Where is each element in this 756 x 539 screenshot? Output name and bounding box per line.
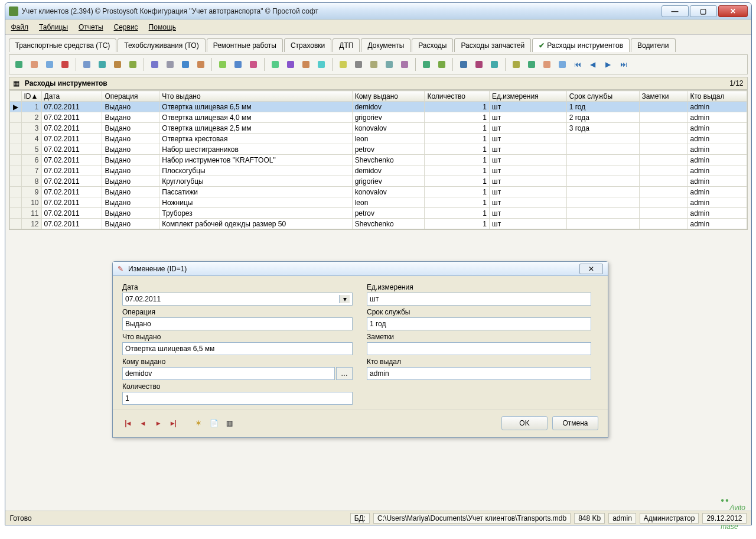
table-row[interactable]: 1107.02.2011ВыданоТруборезpetrov1штadmin: [9, 208, 747, 219]
nav-last-icon[interactable]: ▸|: [168, 419, 179, 427]
toolbar-button-0[interactable]: [12, 57, 26, 72]
toolbar-button-21[interactable]: [367, 57, 381, 72]
input-by[interactable]: admin: [367, 367, 591, 380]
toolbar-button-6[interactable]: [110, 57, 125, 72]
tab-8[interactable]: ✔Расходы инструментов: [532, 38, 630, 52]
menu-file[interactable]: Файл: [11, 23, 29, 31]
nav-copy-icon[interactable]: 📄: [208, 419, 219, 427]
tab-1[interactable]: Техобслуживания (ТО): [118, 38, 205, 52]
toolbar-button-10[interactable]: [178, 57, 193, 72]
toolbar-button-32[interactable]: [555, 57, 569, 72]
tab-9[interactable]: Водители: [631, 38, 675, 52]
col-7[interactable]: Срок службы: [566, 91, 639, 102]
input-whom[interactable]: demidov: [122, 367, 335, 380]
tab-0[interactable]: Транспортные средства (ТС): [9, 38, 117, 52]
col-2[interactable]: Операция: [102, 91, 159, 102]
toolbar-button-11[interactable]: [194, 57, 208, 72]
table-row[interactable]: 707.02.2011ВыданоПлоскогубцыdemidov1штad…: [9, 165, 747, 176]
toolbar-button-9[interactable]: [163, 57, 177, 72]
toolbar-button-24[interactable]: [419, 57, 434, 72]
col-4[interactable]: Кому выдано: [352, 91, 425, 102]
toolbar-button-30[interactable]: [524, 57, 539, 72]
toolbar-button-31[interactable]: [540, 57, 554, 72]
tab-7[interactable]: Расходы запчастей: [454, 38, 531, 52]
menu-help[interactable]: Помощь: [149, 23, 176, 31]
col-3[interactable]: Что выдано: [159, 91, 352, 102]
table-row[interactable]: 907.02.2011ВыданоПассатижиkonovalov1штad…: [9, 187, 747, 197]
col-0[interactable]: ID▲: [21, 91, 41, 102]
col-9[interactable]: Кто выдал: [687, 91, 747, 102]
input-life[interactable]: 1 год: [367, 317, 591, 330]
toolbar-button-26[interactable]: [457, 57, 471, 72]
toolbar-button-16[interactable]: [284, 57, 298, 72]
input-what[interactable]: Отвертка шлицевая 6,5 мм: [122, 342, 353, 355]
input-operation[interactable]: Выдано: [122, 317, 353, 330]
toolbar-button-7[interactable]: [126, 57, 140, 72]
table-row[interactable]: ▶107.02.2011ВыданоОтвертка шлицевая 6,5 …: [9, 102, 747, 112]
toolbar-button-25[interactable]: [435, 57, 449, 72]
dialog-close-button[interactable]: ✕: [579, 264, 603, 274]
toolbar-button-15[interactable]: [268, 57, 282, 72]
col-1[interactable]: Дата: [41, 91, 102, 102]
minimize-button[interactable]: —: [662, 5, 689, 17]
menu-tables[interactable]: Таблицы: [39, 23, 68, 31]
toolbar-button-19[interactable]: [336, 57, 350, 72]
table-row[interactable]: 207.02.2011ВыданоОтвертка шлицевая 4,0 м…: [9, 112, 747, 123]
input-notes[interactable]: [367, 342, 591, 355]
col-8[interactable]: Заметки: [639, 91, 687, 102]
toolbar-button-27[interactable]: [472, 57, 486, 72]
toolbar-button-2[interactable]: [43, 57, 57, 72]
toolbar-button-23[interactable]: [397, 57, 412, 72]
nav-first-icon[interactable]: |◂: [122, 419, 133, 427]
table-row[interactable]: 507.02.2011ВыданоНабор шестигранниковpet…: [9, 144, 747, 155]
toolbar-button-20[interactable]: [351, 57, 366, 72]
table-row[interactable]: 807.02.2011ВыданоКруглогубцыgrigoriev1шт…: [9, 176, 747, 187]
whom-picker-button[interactable]: …: [336, 367, 353, 380]
toolbar-nav-3[interactable]: ⏭: [617, 57, 631, 72]
toolbar-button-28[interactable]: [487, 57, 501, 72]
tab-2[interactable]: Ремонтные работы: [207, 38, 283, 52]
toolbar-button-17[interactable]: [299, 57, 313, 72]
table-row[interactable]: 1007.02.2011ВыданоНожницыleon1штadmin: [9, 197, 747, 208]
ok-button[interactable]: OK: [501, 416, 548, 430]
col-6[interactable]: Ед.измерения: [490, 91, 567, 102]
toolbar-button-3[interactable]: [58, 57, 72, 72]
table-row[interactable]: 307.02.2011ВыданоОтвертка шлицевая 2,5 м…: [9, 123, 747, 134]
toolbar-button-29[interactable]: [509, 57, 523, 72]
table-row[interactable]: 607.02.2011ВыданоНабор инструментов "KRA…: [9, 155, 747, 165]
toolbar-button-18[interactable]: [314, 57, 328, 72]
menu-service[interactable]: Сервис: [114, 23, 138, 31]
input-qty[interactable]: 1: [122, 392, 353, 405]
tab-6[interactable]: Расходы: [412, 38, 453, 52]
table-row[interactable]: 1207.02.2011ВыданоКомплект рабочей одежд…: [9, 219, 747, 229]
date-dropdown-icon[interactable]: ▾: [339, 295, 350, 303]
toolbar-button-12[interactable]: [216, 57, 230, 72]
input-date[interactable]: 07.02.2011 ▾: [122, 293, 353, 306]
close-button[interactable]: ✕: [718, 5, 748, 17]
toolbar-button-14[interactable]: [246, 57, 260, 72]
col-5[interactable]: Количество: [425, 91, 490, 102]
table-row[interactable]: 407.02.2011ВыданоОтвертка крестоваяleon1…: [9, 134, 747, 144]
toolbar-button-1[interactable]: [27, 57, 41, 72]
nav-misc-icon[interactable]: ▥: [224, 419, 234, 427]
toolbar-nav-1[interactable]: ◀: [586, 57, 600, 72]
maximize-button[interactable]: ▢: [690, 5, 717, 17]
toolbar-nav-0[interactable]: ⏮: [571, 57, 585, 72]
nav-prev-icon[interactable]: ◂: [138, 419, 148, 427]
toolbar-button-22[interactable]: [382, 57, 396, 72]
cancel-button[interactable]: Отмена: [552, 416, 598, 430]
toolbar-button-8[interactable]: [148, 57, 162, 72]
tab-4[interactable]: ДТП: [333, 38, 360, 52]
toolbar-button-4[interactable]: [80, 57, 94, 72]
toolbar-nav-2[interactable]: ▶: [601, 57, 615, 72]
toolbar-button-5[interactable]: [95, 57, 109, 72]
svg-rect-15: [272, 61, 279, 68]
tab-5[interactable]: Документы: [361, 38, 410, 52]
tab-3[interactable]: Страховки: [284, 38, 331, 52]
input-unit[interactable]: шт: [367, 293, 591, 306]
data-grid[interactable]: ID▲ДатаОперацияЧто выданоКому выданоКоли…: [9, 90, 748, 230]
nav-next-icon[interactable]: ▸: [153, 419, 164, 427]
menu-reports[interactable]: Отчеты: [79, 23, 103, 31]
nav-new-icon[interactable]: ✶: [193, 419, 204, 427]
toolbar-button-13[interactable]: [231, 57, 245, 72]
